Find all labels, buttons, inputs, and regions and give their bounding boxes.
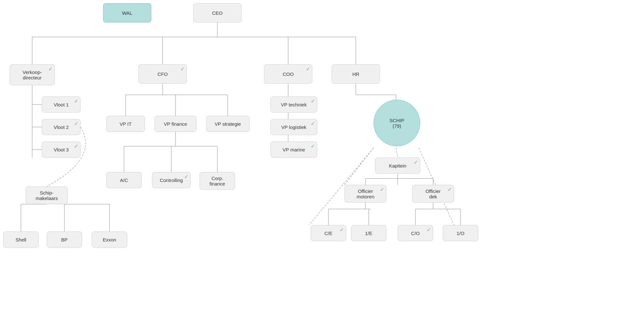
node-vpmarine-label: VP marine [283, 147, 305, 152]
check-officierdek: ✓ [448, 186, 452, 193]
node-verkoop[interactable]: Verkoop-directeur ✓ [10, 64, 55, 85]
node-kapitein-label: Kapitein [389, 163, 406, 168]
node-vloot3-label: Vloot 3 [54, 147, 69, 152]
node-schip-label: SCHIP(79) [390, 118, 404, 129]
node-ceo-label: CEO [212, 10, 223, 16]
node-vloot2-label: Vloot 2 [54, 124, 69, 130]
node-officierdek-label: Officierdek [425, 188, 440, 199]
check-officiermotoren: ✓ [380, 186, 384, 193]
node-vpmarine[interactable]: VP marine ✓ [270, 141, 317, 158]
node-controlling[interactable]: Controlling ✓ [152, 172, 191, 188]
node-co[interactable]: C/O ✓ [398, 225, 433, 241]
check-verkoop: ✓ [48, 66, 52, 72]
node-officiermotoren-label: Officiermotoren [356, 188, 374, 199]
check-kapitein: ✓ [414, 159, 418, 165]
node-vpit[interactable]: VP IT [106, 116, 145, 132]
node-kapitein[interactable]: Kapitein ✓ [375, 158, 420, 174]
node-schipmakelaars-label: Schip-makelaars [35, 190, 58, 201]
node-vloot1[interactable]: Vloot 1 ✓ [42, 96, 80, 113]
node-shell-label: Shell [15, 237, 26, 242]
node-ceo[interactable]: CEO [193, 3, 242, 23]
node-wal-label: WAL [122, 10, 132, 16]
node-corpfinance-label: Corp.finance [210, 176, 225, 186]
node-co-label: C/O [411, 231, 420, 236]
node-controlling-label: Controlling [160, 177, 183, 183]
check-cfo: ✓ [180, 66, 185, 72]
check-vloot1: ✓ [74, 98, 78, 104]
node-one-o-label: 1/O [457, 231, 464, 236]
node-hr-label: HR [352, 71, 359, 77]
node-coo[interactable]: COO ✓ [264, 64, 312, 84]
node-vpfinance[interactable]: VP finance [155, 116, 196, 132]
node-vloot3[interactable]: Vloot 3 ✓ [42, 141, 80, 158]
node-vplogistiek-label: VP logistiek [281, 124, 306, 130]
node-schip[interactable]: SCHIP(79) [374, 100, 420, 146]
check-coo: ✓ [306, 66, 310, 72]
check-vptechniek: ✓ [311, 98, 315, 104]
check-co: ✓ [427, 227, 431, 233]
node-vpstrategie-label: VP strategie [215, 121, 241, 127]
node-wal[interactable]: WAL [103, 3, 151, 23]
node-cfo[interactable]: CFO ✓ [138, 64, 187, 84]
node-vpfinance-label: VP finance [164, 121, 187, 127]
check-controlling: ✓ [184, 174, 188, 180]
node-vptechniek-label: VP techniek [281, 102, 307, 107]
node-vpstrategie[interactable]: VP strategie [206, 116, 250, 132]
node-vptechniek[interactable]: VP techniek ✓ [270, 96, 317, 113]
node-exxon-label: Exxon [103, 237, 116, 242]
node-one-o[interactable]: 1/O [443, 225, 478, 241]
check-vplogistiek: ✓ [311, 121, 315, 127]
node-bp[interactable]: BP [47, 232, 82, 248]
node-ac-label: A/C [120, 177, 128, 183]
node-schipmakelaars[interactable]: Schip-makelaars [26, 186, 68, 204]
node-cfo-label: CFO [157, 71, 168, 77]
node-ce[interactable]: C/E ✓ [311, 225, 346, 241]
check-ce: ✓ [340, 227, 344, 233]
check-vloot3: ✓ [74, 143, 78, 149]
org-chart: WAL CEO Verkoop-directeur ✓ CFO ✓ COO ✓ … [0, 0, 644, 336]
node-vloot1-label: Vloot 1 [54, 102, 69, 107]
node-vplogistiek[interactable]: VP logistiek ✓ [270, 119, 317, 135]
node-coo-label: COO [283, 71, 294, 77]
node-shell[interactable]: Shell [3, 232, 39, 248]
node-one-e[interactable]: 1/E [351, 225, 386, 241]
node-hr[interactable]: HR [332, 64, 380, 84]
node-officiermotoren[interactable]: Officiermotoren ✓ [345, 185, 386, 203]
node-one-e-label: 1/E [365, 231, 373, 236]
node-bp-label: BP [61, 237, 68, 242]
check-vloot2: ✓ [74, 121, 78, 127]
node-officierdek[interactable]: Officierdek ✓ [412, 185, 454, 203]
node-exxon[interactable]: Exxon [92, 232, 127, 248]
node-corpfinance[interactable]: Corp.finance [200, 172, 235, 190]
node-vloot2[interactable]: Vloot 2 ✓ [42, 119, 80, 135]
connector-lines [0, 0, 644, 336]
check-vpmarine: ✓ [311, 143, 315, 149]
node-verkoop-label: Verkoop-directeur [23, 69, 42, 80]
node-ac[interactable]: A/C [106, 172, 142, 188]
node-ce-label: C/E [324, 231, 332, 236]
node-vpit-label: VP IT [119, 121, 131, 127]
